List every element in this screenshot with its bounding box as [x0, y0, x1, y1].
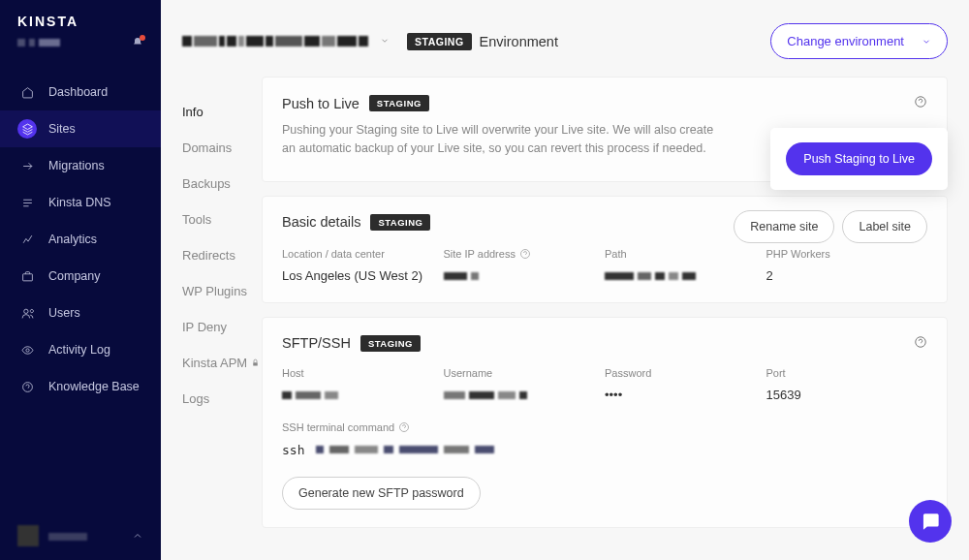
chat-icon: [920, 511, 941, 532]
basic-details-panel: Basic details STAGING Rename site Label …: [262, 196, 948, 303]
user-menu[interactable]: [0, 512, 161, 560]
label-site-button[interactable]: Label site: [842, 210, 927, 243]
nav-label: Kinsta DNS: [48, 196, 111, 209]
path-label: Path: [605, 248, 766, 260]
eye-icon: [21, 344, 34, 357]
help-circle-icon: [914, 95, 927, 109]
home-icon: [21, 86, 34, 99]
nav-label: Analytics: [48, 233, 97, 246]
rename-site-button[interactable]: Rename site: [734, 210, 834, 243]
svg-point-1: [23, 309, 27, 313]
nav-dashboard[interactable]: Dashboard: [0, 74, 161, 110]
svg-rect-4: [253, 362, 258, 365]
ip-value: [444, 267, 606, 285]
svg-point-6: [520, 249, 529, 258]
nav-company[interactable]: Company: [0, 258, 161, 295]
chat-launcher[interactable]: [909, 500, 952, 543]
nav-activity[interactable]: Activity Log: [0, 331, 161, 368]
ip-label: Site IP address: [444, 248, 606, 260]
main-nav: Dashboard Sites Migrations Kinsta DNS An…: [0, 74, 161, 405]
svg-point-5: [916, 97, 926, 108]
workers-label: PHP Workers: [766, 248, 928, 260]
nav-label: Knowledge Base: [48, 380, 140, 393]
help-circle-icon: [519, 248, 531, 260]
svg-point-2: [25, 348, 28, 351]
password-label: Password: [605, 367, 766, 379]
avatar: [17, 525, 39, 546]
chevron-up-icon: [132, 530, 143, 542]
svg-rect-0: [22, 273, 32, 280]
username-label: Username: [444, 367, 606, 379]
nav-label: Activity Log: [48, 343, 110, 357]
panel-title: Basic details: [282, 214, 360, 230]
subnav-ipdeny[interactable]: IP Deny: [182, 309, 262, 345]
svg-point-8: [400, 422, 409, 431]
push-staging-highlight: Push Staging to Live: [770, 128, 948, 190]
nav-analytics[interactable]: Analytics: [0, 221, 161, 258]
help-button[interactable]: [914, 95, 927, 109]
subnav-label: Kinsta APM: [182, 356, 247, 370]
nav-knowledge[interactable]: Knowledge Base: [0, 368, 161, 405]
password-value: ••••: [605, 387, 766, 404]
port-label: Port: [766, 367, 928, 379]
site-subnav: Info Domains Backups Tools Redirects WP …: [182, 77, 262, 542]
chart-icon: [21, 233, 34, 246]
nav-label: Dashboard: [48, 85, 108, 99]
host-label: Host: [282, 367, 444, 379]
host-value: [282, 387, 444, 404]
button-label: Change environment: [787, 34, 904, 48]
migrate-icon: [21, 160, 34, 172]
panel-title: SFTP/SSH: [282, 335, 351, 351]
subnav-info[interactable]: Info: [182, 94, 262, 130]
nav-migrations[interactable]: Migrations: [0, 147, 161, 184]
ssh-command-label: SSH terminal command: [282, 421, 927, 433]
help-circle-icon: [914, 335, 927, 349]
workers-value: 2: [766, 267, 928, 285]
staging-badge: STAGING: [370, 214, 430, 231]
notifications-button[interactable]: [132, 37, 143, 51]
subnav-apm[interactable]: Kinsta APM: [182, 345, 262, 381]
nav-dns[interactable]: Kinsta DNS: [0, 184, 161, 221]
help-button[interactable]: [914, 335, 927, 349]
nav-label: Migrations: [48, 159, 105, 172]
nav-label: Company: [48, 269, 101, 283]
change-environment-button[interactable]: Change environment: [770, 23, 948, 59]
push-staging-to-live-button[interactable]: Push Staging to Live: [786, 142, 932, 175]
subnav-domains[interactable]: Domains: [182, 130, 262, 166]
environment-badge: STAGING: [407, 33, 472, 50]
main-content: STAGING Environment Change environment I…: [161, 0, 969, 560]
location-label: Location / data center: [282, 248, 444, 260]
nav-label: Sites: [48, 122, 76, 136]
site-name: [182, 36, 368, 47]
port-value: 15639: [766, 387, 928, 404]
nav-sites[interactable]: Sites: [0, 110, 161, 147]
subnav-tools[interactable]: Tools: [182, 202, 262, 237]
subnav-logs[interactable]: Logs: [182, 381, 262, 417]
location-value: Los Angeles (US West 2): [282, 267, 444, 285]
dns-icon: [21, 197, 34, 209]
chevron-down-icon: [380, 36, 390, 46]
sftp-ssh-panel: SFTP/SSH STAGING Host: [262, 317, 948, 528]
nav-users[interactable]: Users: [0, 295, 161, 331]
svg-point-7: [916, 336, 926, 347]
site-dropdown[interactable]: [380, 34, 390, 48]
generate-password-button[interactable]: Generate new SFTP password: [282, 477, 481, 510]
nav-label: Users: [48, 306, 80, 320]
subnav-redirects[interactable]: Redirects: [182, 237, 262, 273]
notification-dot-icon: [140, 35, 145, 41]
help-circle-icon: [398, 421, 410, 433]
staging-badge: STAGING: [360, 335, 421, 352]
svg-point-3: [22, 382, 32, 391]
main-sidebar: KINSTA Dashboard Sites Migrations Kinsta…: [0, 0, 161, 560]
subnav-plugins[interactable]: WP Plugins: [182, 273, 262, 309]
ssh-command-value: ssh: [282, 443, 927, 457]
briefcase-icon: [21, 270, 34, 283]
lock-icon: [251, 358, 260, 367]
chevron-down-icon: [922, 37, 931, 47]
panel-description: Pushing your Staging site to Live will o…: [282, 121, 718, 158]
path-value: [605, 267, 766, 285]
brand-logo: KINSTA: [0, 0, 161, 39]
help-icon: [21, 381, 34, 393]
panel-title: Push to Live: [282, 96, 359, 111]
subnav-backups[interactable]: Backups: [182, 166, 262, 202]
